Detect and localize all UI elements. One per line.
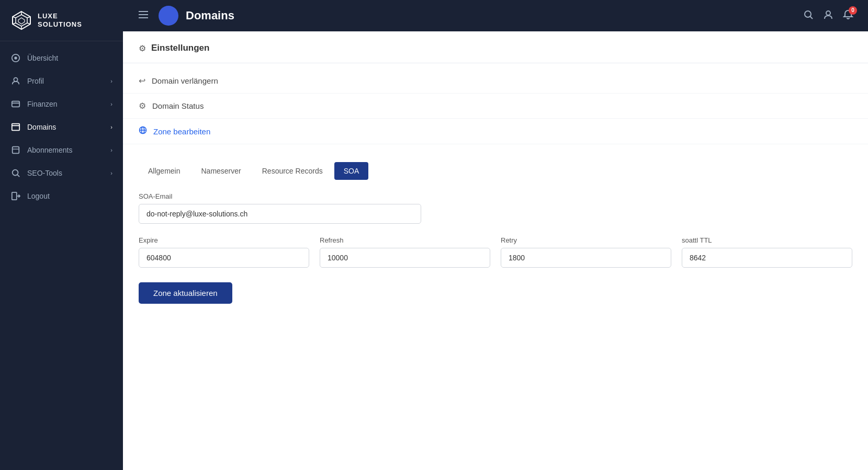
- expire-label: Expire: [139, 236, 309, 244]
- menu-item-domain-status[interactable]: ⚙ Domain Status: [123, 94, 868, 119]
- refresh-label: Refresh: [320, 236, 490, 244]
- logo-icon: [10, 9, 32, 31]
- sidebar-item-seo-tools[interactable]: SEO-Tools ›: [0, 162, 123, 185]
- logo: LUXE SOLUTIONS: [0, 0, 123, 41]
- form-section: SOA-Email Expire Refresh Retry: [123, 192, 868, 319]
- menu-item-label: Zone bearbeiten: [153, 127, 210, 136]
- topbar: Domains 0: [123, 0, 868, 31]
- svg-rect-13: [12, 101, 19, 107]
- tab-allgemein[interactable]: Allgemein: [139, 162, 189, 180]
- fields-row: Expire Refresh Retry soattl TTL: [139, 236, 852, 268]
- topbar-actions: 0: [803, 9, 853, 22]
- finance-icon: [10, 99, 21, 109]
- refresh-field: Refresh: [320, 236, 490, 268]
- subscription-icon: [10, 145, 21, 155]
- renew-icon: ↩: [139, 76, 145, 86]
- notifications-button[interactable]: 0: [843, 9, 853, 22]
- soa-email-input[interactable]: [139, 204, 421, 224]
- menu-toggle-button[interactable]: [138, 9, 149, 23]
- retry-input[interactable]: [501, 248, 671, 268]
- svg-line-20: [17, 175, 19, 177]
- tabs-bar: Allgemein Nameserver Resource Records SO…: [139, 162, 852, 180]
- gear-icon: ⚙: [139, 101, 146, 111]
- expire-field: Expire: [139, 236, 309, 268]
- soa-email-label: SOA-Email: [139, 192, 421, 200]
- logout-icon: [10, 191, 21, 201]
- seo-icon: [10, 168, 21, 178]
- settings-gear-icon: ⚙: [139, 43, 146, 53]
- page-content: ⚙ Einstellungen ↩ Domain verlängern ⚙ Do…: [123, 31, 868, 470]
- svg-marker-3: [18, 18, 25, 24]
- menu-item-domain-verlaengern[interactable]: ↩ Domain verlängern: [123, 68, 868, 94]
- zone-aktualisieren-button[interactable]: Zone aktualisieren: [139, 282, 232, 304]
- tab-soa[interactable]: SOA: [334, 162, 369, 180]
- chevron-right-icon: ›: [110, 101, 112, 107]
- chevron-right-icon: ›: [110, 147, 112, 153]
- sidebar-item-ubersicht[interactable]: Übersicht: [0, 47, 123, 70]
- sidebar-item-profil[interactable]: Profil ›: [0, 70, 123, 93]
- retry-label: Retry: [501, 236, 671, 244]
- sidebar: LUXE SOLUTIONS Übersicht Profil › Finanz…: [0, 0, 123, 470]
- svg-point-12: [14, 78, 17, 82]
- settings-header: ⚙ Einstellungen: [123, 31, 868, 63]
- notification-badge: 0: [849, 6, 857, 15]
- sidebar-item-label: SEO-Tools: [27, 169, 62, 177]
- dashboard-icon: [10, 53, 21, 63]
- refresh-input[interactable]: [320, 248, 490, 268]
- sidebar-item-label: Abonnements: [27, 146, 72, 154]
- svg-rect-21: [12, 192, 17, 200]
- svg-line-27: [810, 16, 813, 19]
- sidebar-item-finanzen[interactable]: Finanzen ›: [0, 93, 123, 116]
- menu-item-zone-bearbeiten[interactable]: Zone bearbeiten: [123, 119, 868, 144]
- globe-icon: [139, 126, 147, 136]
- svg-rect-17: [13, 147, 19, 154]
- menu-item-label: Domain verlängern: [152, 76, 218, 85]
- svg-point-19: [13, 170, 18, 176]
- retry-field: Retry: [501, 236, 671, 268]
- content-area: ⚙ Einstellungen ↩ Domain verlängern ⚙ Do…: [123, 31, 868, 470]
- page-title: Domains: [186, 9, 803, 22]
- expire-input[interactable]: [139, 248, 309, 268]
- chevron-right-icon: ›: [110, 170, 112, 176]
- settings-title: Einstellungen: [151, 43, 209, 53]
- tab-section: Allgemein Nameserver Resource Records SO…: [123, 150, 868, 180]
- logo-text: LUXE SOLUTIONS: [38, 12, 82, 28]
- svg-rect-15: [12, 124, 19, 131]
- svg-point-11: [14, 56, 17, 59]
- sidebar-item-abonnements[interactable]: Abonnements ›: [0, 139, 123, 162]
- tab-nameserver[interactable]: Nameserver: [191, 162, 250, 180]
- svg-point-28: [826, 11, 830, 15]
- sidebar-item-label: Finanzen: [27, 100, 58, 108]
- sidebar-item-label: Domains: [27, 123, 56, 131]
- sidebar-item-domains[interactable]: Domains ›: [0, 116, 123, 139]
- sidebar-item-logout[interactable]: Logout: [0, 185, 123, 208]
- svg-point-26: [805, 11, 811, 17]
- domains-icon: [10, 122, 21, 132]
- user-button[interactable]: [823, 9, 833, 22]
- sidebar-nav: Übersicht Profil › Finanzen › Domains ›: [0, 41, 123, 470]
- soa-email-field-wrapper: SOA-Email: [139, 192, 421, 224]
- tab-resource-records[interactable]: Resource Records: [253, 162, 332, 180]
- soattl-label: soattl TTL: [682, 236, 852, 244]
- search-button[interactable]: [803, 9, 814, 22]
- chevron-right-icon: ›: [110, 78, 112, 84]
- soattl-field: soattl TTL: [682, 236, 852, 268]
- soattl-input[interactable]: [682, 248, 852, 268]
- menu-section: ↩ Domain verlängern ⚙ Domain Status Zone…: [123, 63, 868, 150]
- avatar: [159, 6, 178, 26]
- main-wrapper: Domains 0 ⚙ Einstellungen: [123, 0, 868, 470]
- sidebar-item-label: Profil: [27, 77, 44, 85]
- sidebar-item-label: Übersicht: [27, 54, 58, 62]
- chevron-right-icon: ›: [110, 124, 112, 130]
- profile-icon: [10, 76, 21, 86]
- sidebar-item-label: Logout: [27, 192, 50, 200]
- menu-item-label: Domain Status: [152, 101, 204, 110]
